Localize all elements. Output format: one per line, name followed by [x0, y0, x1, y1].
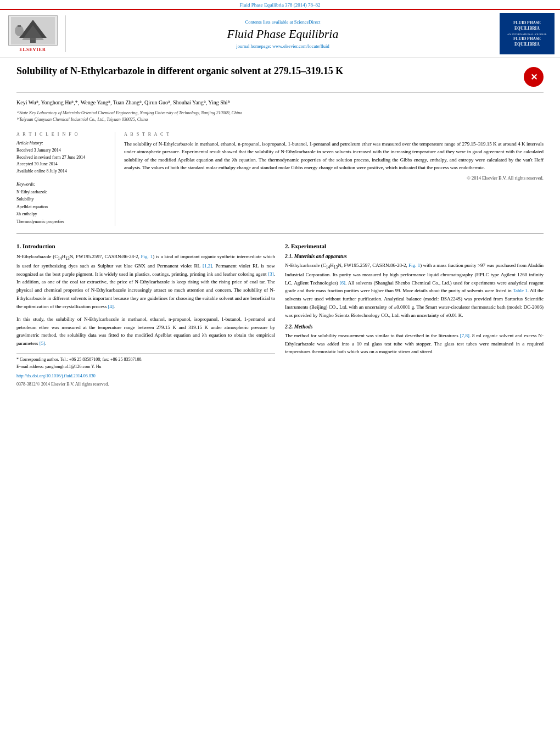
- article-info-column: A R T I C L E I N F O Article history: R…: [16, 132, 115, 226]
- section1-para1: N-Ethylcarbazole (C14H13N, FW195.2597, C…: [16, 253, 275, 311]
- body-content: 1. Introduction N-Ethylcarbazole (C14H13…: [16, 238, 544, 388]
- available-date: Available online 8 July 2014: [16, 168, 109, 175]
- section1-title: 1. Introduction: [16, 243, 275, 249]
- authors-text: Keyi Wuᵃ, Yonghong Huᵃ,*, Wenge Yangᵃ, T…: [16, 99, 230, 105]
- abstract-header: A B S T R A C T: [124, 132, 544, 137]
- body-right-column: 2. Experimental 2.1. Materials and appar…: [285, 238, 544, 388]
- ref-3[interactable]: [3]: [268, 271, 274, 277]
- abstract-text: The solubility of N-Ethylcarbazole in me…: [124, 140, 544, 172]
- section-divider: [16, 233, 544, 234]
- keyword-4: λh enthalpy: [16, 210, 109, 218]
- email-line: E-mail address: yanghonghu11@126.com Y. …: [16, 364, 275, 371]
- ref-7-8[interactable]: [7,8]: [460, 333, 469, 338]
- affiliations: ᵃ State Key Laboratory of Materials-Orie…: [16, 110, 544, 123]
- journal-logo-box: FLUID PHASEEQUILIBRIAAN INTERNATIONAL JO…: [500, 13, 555, 54]
- article-info-header: A R T I C L E I N F O: [16, 132, 109, 137]
- fig1-ref2[interactable]: Fig. 1: [408, 263, 420, 268]
- keyword-1: N-Ethylcarbazole: [16, 188, 109, 196]
- section2-title: 2. Experimental: [285, 243, 544, 249]
- logo-title-text: FLUID PHASEEQUILIBRIAAN INTERNATIONAL JO…: [507, 20, 547, 47]
- received-date: Received 3 January 2014: [16, 147, 109, 154]
- issn-copyright: 0378-3812/© 2014 Elsevier B.V. All right…: [16, 381, 275, 388]
- sciencedirect-text[interactable]: ScienceDirect: [294, 19, 321, 25]
- keywords-label: Keywords:: [16, 181, 109, 188]
- keyword-2: Solubility: [16, 196, 109, 203]
- table1-ref[interactable]: Table 1: [513, 288, 528, 293]
- email-person: Y. Hu: [91, 364, 102, 369]
- crossmark-icon[interactable]: ✕: [524, 67, 544, 87]
- doi-url-text: http://dx.doi.org/10.1016/j.fluid.2014.0…: [16, 373, 96, 378]
- elsevier-image: [8, 15, 58, 46]
- journal-header: ELSEVIER Contents lists available at Sci…: [0, 9, 560, 58]
- info-abstract-section: A R T I C L E I N F O Article history: R…: [16, 129, 544, 226]
- abstract-copyright: © 2014 Elsevier B.V. All rights reserved…: [124, 175, 544, 181]
- email-label: E-mail address:: [16, 364, 44, 369]
- affiliation-a: ᵃ State Key Laboratory of Materials-Orie…: [16, 110, 544, 116]
- keyword-5: Thermodynamic properties: [16, 218, 109, 226]
- svg-rect-5: [18, 25, 21, 27]
- homepage-url[interactable]: www.elsevier.com/locate/fluid: [272, 43, 329, 49]
- authors-line: Keyi Wuᵃ, Yonghong Huᵃ,*, Wenge Yangᵃ, T…: [16, 98, 544, 107]
- section2-para1: N-Ethylcarbazole (C14H13N, FW195.2597, C…: [285, 261, 544, 320]
- keyword-3: Apelblat equation: [16, 203, 109, 211]
- elsevier-label: ELSEVIER: [19, 47, 46, 52]
- citation-text: Fluid Phase Equilibria 378 (2014) 78–82: [239, 2, 320, 8]
- journal-title-area: Contents lists available at ScienceDirec…: [71, 19, 494, 49]
- revised-date: Received in revised form 27 June 2014: [16, 154, 109, 161]
- abstract-column: A B S T R A C T The solubility of N-Ethy…: [124, 132, 544, 226]
- accepted-date: Accepted 30 June 2014: [16, 161, 109, 168]
- sciencedirect-link: Contents lists available at ScienceDirec…: [71, 19, 494, 25]
- ref-1-2[interactable]: [1,2]: [203, 263, 212, 269]
- journal-homepage: journal homepage: www.elsevier.com/locat…: [71, 43, 494, 49]
- subsection2-2-title: 2.2. Methods: [285, 324, 544, 330]
- section1-para2: In this study, the solubility of N-Ethyl…: [16, 315, 275, 348]
- article-title: Solubility of N-Ethylcarbazole in differ…: [16, 65, 518, 77]
- body-left-column: 1. Introduction N-Ethylcarbazole (C14H13…: [16, 238, 275, 388]
- article-history: Article history: Received 3 January 2014…: [16, 140, 109, 175]
- footnote-section: * Corresponding author. Tel.: +86 25 835…: [16, 353, 275, 388]
- affiliation-b: ᵇ Taiyuan Qiaoyuan Chemical Industrial C…: [16, 116, 544, 123]
- journal-name: Fluid Phase Equilibria: [71, 27, 494, 41]
- section2-para2: The method for solubility measurement wa…: [285, 332, 544, 356]
- keywords-section: Keywords: N-Ethylcarbazole Solubility Ap…: [16, 181, 109, 226]
- fig1-ref[interactable]: Fig. 1: [141, 254, 153, 259]
- elsevier-logo-area: ELSEVIER: [5, 15, 66, 52]
- subsection2-1-title: 2.1. Materials and apparatus: [285, 254, 544, 259]
- history-label: Article history:: [16, 140, 109, 147]
- ref-6[interactable]: [6]: [340, 280, 346, 286]
- corresponding-author-note: * Corresponding author. Tel.: +86 25 835…: [16, 356, 275, 364]
- article-container: Solubility of N-Ethylcarbazole in differ…: [0, 58, 560, 393]
- ref-5[interactable]: [5]: [40, 341, 46, 346]
- article-title-section: Solubility of N-Ethylcarbazole in differ…: [16, 65, 544, 93]
- doi-link[interactable]: http://dx.doi.org/10.1016/j.fluid.2014.0…: [16, 373, 275, 380]
- email-address[interactable]: yanghonghu11@126.com: [45, 364, 90, 369]
- ref-4[interactable]: [4]: [108, 304, 114, 309]
- journal-citation: Fluid Phase Equilibria 378 (2014) 78–82: [0, 0, 560, 9]
